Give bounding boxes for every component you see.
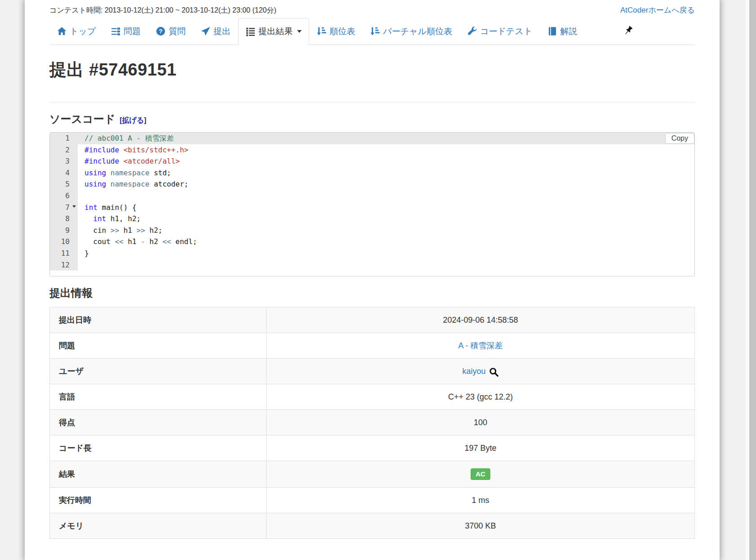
source-code-block: Copy 1// abc001 A - 積雪深差2#include <bits/… (49, 132, 695, 276)
info-value-submission-time: 2024-09-06 14:58:58 (267, 307, 695, 333)
code-line-number: 12 (50, 259, 78, 271)
info-row-result: 結果AC (50, 461, 695, 488)
line-number-text: 5 (65, 180, 70, 188)
source-code-heading: ソースコード [拡げる] (49, 112, 695, 126)
nav-tab-label: 提出結果 (258, 26, 293, 37)
code-line-text: int h1, h2; (78, 213, 141, 225)
code-line: 8 int h1, h2; (50, 213, 694, 225)
title-divider (49, 102, 695, 102)
pin-button[interactable] (623, 18, 695, 44)
info-row-score: 得点100 (50, 410, 695, 436)
code-token: } (84, 249, 89, 258)
info-value-code-length: 197 Byte (267, 436, 695, 461)
page-title: 提出 #57469151 (49, 58, 695, 81)
code-line-number: 11 (50, 248, 78, 259)
nav-tab-label: 解説 (560, 26, 577, 37)
info-label-score: 得点 (50, 410, 267, 436)
code-token: << (115, 237, 123, 246)
nav-tab-results[interactable]: 提出結果 (238, 18, 309, 45)
top-bar: コンテスト時間: 2013-10-12(土) 21:00 ~ 2013-10-1… (49, 0, 695, 15)
home-icon (57, 27, 67, 36)
code-token: atcoder; (150, 180, 189, 188)
code-token: #include (84, 146, 119, 154)
line-number-text: 4 (65, 169, 70, 177)
code-token: << (162, 237, 171, 246)
code-token: std; (150, 169, 171, 177)
copy-button[interactable]: Copy (665, 133, 694, 144)
send-icon (201, 27, 210, 36)
code-line: 10 cout << h1 - h2 << endl; (50, 236, 694, 248)
code-token (119, 157, 124, 165)
code-line: 6 (50, 190, 694, 202)
code-token: endl; (171, 237, 197, 246)
info-label-code-length: コード長 (50, 436, 267, 461)
code-line-number: 1 (50, 133, 78, 144)
code-line: 12 (50, 259, 694, 271)
tasks-icon (111, 27, 120, 36)
line-number-text: 10 (61, 237, 70, 246)
code-line-text: // abc001 A - 積雪深差 (78, 133, 174, 144)
info-value-memory: 3700 KB (267, 513, 695, 539)
user-link[interactable]: kaiyou (462, 367, 485, 376)
submission-info-heading: 提出情報 (49, 286, 695, 300)
contest-time-text: コンテスト時間: 2013-10-12(土) 21:00 ~ 2013-10-1… (49, 6, 276, 15)
info-label-user: ユーザ (50, 359, 267, 384)
nav-tab-virtual-standings[interactable]: バーチャル順位表 (363, 18, 460, 44)
nav-tab-code-test[interactable]: コードテスト (460, 18, 540, 44)
info-label-exec-time: 実行時間 (50, 488, 267, 513)
info-row-memory: メモリ3700 KB (50, 513, 695, 539)
info-row-language: 言語C++ 23 (gcc 12.2) (50, 384, 695, 410)
info-value-result: AC (267, 461, 695, 488)
nav-tab-label: バーチャル順位表 (383, 26, 452, 37)
nav-tab-standings[interactable]: 順位表 (309, 18, 363, 44)
code-line: 3#include <atcoder/all> (50, 156, 694, 167)
nav-tab-questions[interactable]: ?質問 (148, 18, 193, 44)
nav-tab-top[interactable]: トップ (49, 18, 103, 44)
info-row-user: ユーザkaiyou (50, 359, 695, 384)
code-line-text: using namespace std; (78, 167, 171, 179)
code-line-text: #include <atcoder/all> (78, 156, 180, 167)
atcoder-home-link[interactable]: AtCoderホームへ戻る (620, 5, 695, 15)
code-line-number: 2 (50, 144, 78, 156)
info-row-code-length: コード長197 Byte (50, 436, 695, 461)
info-value-problem: A - 積雪深差 (267, 333, 695, 359)
list-icon (246, 27, 255, 36)
nav-tab-label: コードテスト (480, 26, 532, 37)
info-value-score: 100 (267, 410, 695, 436)
code-line: 1// abc001 A - 積雪深差 (50, 133, 694, 144)
code-line-text: int main() { (78, 202, 137, 213)
code-line-text: cout << h1 - h2 << endl; (78, 236, 197, 248)
problem-link[interactable]: A - 積雪深差 (458, 341, 503, 350)
line-number-text: 9 (65, 226, 70, 235)
info-value-language: C++ 23 (gcc 12.2) (267, 384, 695, 410)
code-token: <atcoder/all> (124, 157, 180, 165)
code-line: 9 cin >> h1 >> h2; (50, 225, 694, 236)
code-token: h1 (124, 237, 141, 246)
code-token: - (141, 237, 145, 246)
nav-tab-problems[interactable]: 問題 (103, 18, 148, 44)
line-number-text: 3 (65, 157, 70, 165)
code-token: >> (111, 226, 119, 235)
code-token: h1, h2; (106, 214, 141, 223)
info-label-memory: メモリ (50, 513, 267, 539)
info-value-user: kaiyou (267, 359, 695, 384)
search-icon[interactable] (489, 367, 499, 377)
nav-tab-editorial[interactable]: 解説 (540, 18, 585, 44)
wrench-icon (467, 27, 477, 36)
line-number-text: 8 (65, 214, 70, 223)
info-label-language: 言語 (50, 384, 267, 410)
nav-tab-submit[interactable]: 提出 (193, 18, 238, 44)
code-token: >> (137, 226, 145, 235)
expand-link[interactable]: [拡げる] (120, 116, 146, 125)
nav-tab-label: 提出 (213, 26, 231, 37)
code-token: using (84, 169, 106, 177)
nav-tab-label: トップ (70, 26, 96, 37)
line-number-text: 2 (65, 146, 70, 154)
code-token: #include (84, 157, 119, 165)
code-token: using (84, 180, 106, 188)
window-scrollbar[interactable] (749, 0, 756, 560)
fold-caret-icon[interactable] (72, 205, 76, 208)
code-line: 7int main() { (50, 202, 694, 213)
result-badge: AC (471, 468, 490, 480)
code-line: 11} (50, 248, 694, 259)
